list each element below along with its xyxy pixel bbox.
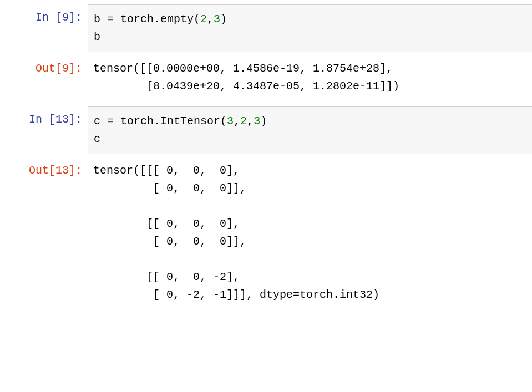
input-cell: In [9]: b = torch.empty(2,3) b [0,4,532,52]
code-token: torch.empty( [120,13,200,26]
code-input[interactable]: c = torch.IntTensor(3,2,3) c [88,106,532,154]
prompt-label: In [13]: [29,113,82,126]
output-content: tensor([[[ 0, 0, 0], [ 0, 0, 0]], [[ 0, … [88,157,532,306]
code-token: = [107,115,120,128]
code-token: , [234,115,240,128]
output-cell: Out[13]: tensor([[[ 0, 0, 0], [ 0, 0, 0]… [0,157,532,306]
code-token: c [94,133,100,145]
code-token: 3 [214,13,220,26]
code-token: b [94,13,107,26]
code-token: b [94,30,100,43]
prompt-label: In [9]: [36,11,82,24]
code-token: c [94,115,107,128]
prompt-label: Out[13]: [29,164,82,177]
spacer [0,101,532,106]
code-token: torch.IntTensor( [120,115,227,128]
input-cell: In [13]: c = torch.IntTensor(3,2,3) c [0,106,532,154]
output-text: tensor([[[ 0, 0, 0], [ 0, 0, 0]], [[ 0, … [93,162,526,304]
code-token: = [107,13,120,26]
code-token: 2 [240,115,247,128]
output-prompt: Out[9]: [0,55,88,98]
code-token: , [247,115,254,128]
input-prompt: In [13]: [0,106,88,154]
input-prompt: In [9]: [0,4,88,52]
output-prompt: Out[13]: [0,157,88,306]
code-line: b = torch.empty(2,3) b [94,11,526,46]
code-token: , [207,13,214,26]
code-token: ) [220,13,227,26]
code-token: 2 [200,13,207,26]
output-cell: Out[9]: tensor([[0.0000e+00, 1.4586e-19,… [0,55,532,98]
code-token: 3 [227,115,234,128]
code-token: 3 [254,115,260,128]
code-line: c = torch.IntTensor(3,2,3) c [94,113,526,148]
output-text: tensor([[0.0000e+00, 1.4586e-19, 1.8754e… [93,60,526,95]
prompt-label: Out[9]: [36,62,82,75]
code-input[interactable]: b = torch.empty(2,3) b [88,4,532,52]
output-content: tensor([[0.0000e+00, 1.4586e-19, 1.8754e… [88,55,532,98]
code-token: ) [260,115,267,128]
